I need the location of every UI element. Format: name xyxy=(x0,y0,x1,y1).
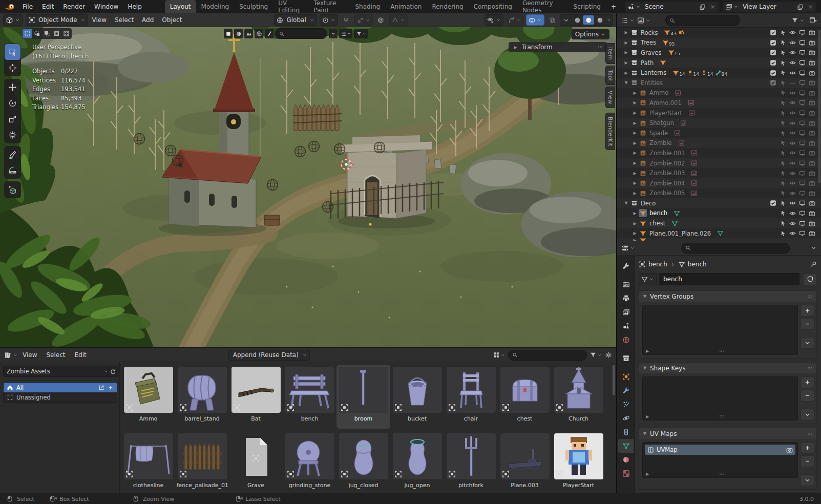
properties-tab-collection[interactable] xyxy=(618,351,634,365)
mode-dropdown[interactable]: Object Mode xyxy=(26,14,88,26)
asset-tile-bench[interactable]: bench xyxy=(283,365,336,429)
hide-toggle[interactable] xyxy=(788,39,797,46)
outliner-row-Trees[interactable]: ▶Trees95 xyxy=(617,38,821,48)
sidebar-tab-view[interactable]: View xyxy=(605,87,615,108)
selectable-toggle[interactable] xyxy=(778,180,788,186)
catalog-add-icon[interactable] xyxy=(108,385,114,391)
gizmos-dropdown[interactable] xyxy=(506,14,524,26)
grip-icon[interactable] xyxy=(597,44,604,51)
properties-search-field[interactable] xyxy=(693,245,786,251)
outliner-row-Plane.001_Plane.026[interactable]: ▶Plane.001_Plane.026 xyxy=(617,228,821,239)
viewport-search-field[interactable] xyxy=(286,30,323,37)
xray-toggle[interactable] xyxy=(546,15,558,25)
viewport-disable-toggle[interactable] xyxy=(797,230,807,237)
hide-toggle[interactable] xyxy=(788,130,797,136)
scene-selector-type-button[interactable] xyxy=(625,2,643,12)
falloff-dropdown[interactable] xyxy=(389,14,408,26)
disclosure-triangle-icon[interactable]: ▶ xyxy=(631,221,639,226)
asset-tile-fence_palisade_01[interactable]: fence_palisade_01 xyxy=(175,432,229,494)
outliner-row-Zombie.004[interactable]: ▶Zombie.004 xyxy=(617,178,821,188)
viewport-disable-toggle[interactable] xyxy=(797,170,807,177)
transform-panel-header[interactable]: ▶ Transform xyxy=(509,42,607,52)
disclosure-triangle-icon[interactable]: ▶ xyxy=(631,161,639,165)
scene-selector-copy-button[interactable] xyxy=(697,2,708,12)
asset-tile-Plane.003[interactable]: Plane.003 xyxy=(498,432,552,494)
workspace-tab-geometry-nodes[interactable]: Geometry Nodes xyxy=(517,0,569,13)
viewport-search-input[interactable] xyxy=(275,28,327,39)
shading-rendered-button[interactable] xyxy=(594,15,605,25)
selectable-toggle[interactable] xyxy=(778,70,788,76)
selectable-toggle[interactable] xyxy=(778,80,788,86)
render-disable-toggle[interactable] xyxy=(807,120,817,127)
hide-toggle[interactable] xyxy=(788,59,797,66)
asset-tile-barrel_stand[interactable]: barrel_stand xyxy=(175,365,229,429)
render-disable-toggle[interactable] xyxy=(807,79,817,86)
disclosure-triangle-icon[interactable]: ▶ xyxy=(631,141,639,145)
workspace-tab-layout[interactable]: Layout xyxy=(165,0,196,13)
workspace-tab-sculpting[interactable]: Sculpting xyxy=(234,0,273,13)
add-button[interactable] xyxy=(801,376,814,388)
asset-tile-chest[interactable]: chest xyxy=(498,365,552,429)
asset-tile-chair[interactable]: chair xyxy=(444,365,498,429)
viewport-menu-object[interactable]: Object xyxy=(158,16,186,24)
viewport-disable-toggle[interactable] xyxy=(797,210,807,217)
viewport-disable-toggle[interactable] xyxy=(797,70,807,76)
breadcrumb-object[interactable]: bench xyxy=(648,261,667,268)
hide-toggle[interactable] xyxy=(788,120,797,127)
list-shape-keys[interactable]: ▶ xyxy=(642,376,798,421)
orientation-dropdown[interactable]: Global xyxy=(274,14,317,26)
asset-search-field[interactable] xyxy=(520,352,583,359)
grip-icon[interactable] xyxy=(718,413,725,420)
tool-move-button[interactable] xyxy=(5,79,20,95)
render-disable-toggle[interactable] xyxy=(807,90,817,96)
object-visibility-dropdown[interactable] xyxy=(485,14,503,26)
render-disable-toggle[interactable] xyxy=(807,110,817,116)
viewport-disable-toggle[interactable] xyxy=(797,200,807,206)
properties-search[interactable] xyxy=(681,243,790,254)
specials-dropdown-button[interactable] xyxy=(801,409,814,421)
selectable-toggle[interactable] xyxy=(778,30,788,36)
import-method-dropdown[interactable]: Append (Reuse Data) xyxy=(228,350,310,361)
disclosure-triangle-icon[interactable]: ▶ xyxy=(631,100,639,105)
viewport-disable-toggle[interactable] xyxy=(797,220,807,227)
properties-options-dropdown[interactable] xyxy=(811,245,817,251)
workspace-tab-animation[interactable]: Animation xyxy=(385,0,427,13)
outliner-row-chest[interactable]: ▶chest xyxy=(617,218,821,228)
render-disable-toggle[interactable] xyxy=(807,230,817,237)
asset-filter-dropdown[interactable] xyxy=(590,351,602,359)
asset-tile-Church[interactable]: Church xyxy=(552,365,605,429)
asset-tile-jug_closed[interactable]: jug_closed xyxy=(336,432,390,494)
properties-tab-physics[interactable] xyxy=(618,411,634,425)
asset-type-scene-button[interactable] xyxy=(244,29,253,38)
select-mode-intersect[interactable] xyxy=(61,29,71,38)
outliner-row-Graves[interactable]: ▶Graves15 xyxy=(617,48,821,58)
hide-toggle[interactable] xyxy=(788,200,797,206)
disclosure-triangle-icon[interactable]: ▼ xyxy=(622,201,630,205)
render-disable-toggle[interactable] xyxy=(807,140,817,146)
panel-header-uv-maps[interactable]: ▼UV Maps xyxy=(639,428,816,439)
catalog-unlink-icon[interactable] xyxy=(98,385,104,391)
disclosure-triangle-icon[interactable]: ▶ xyxy=(631,231,639,236)
disclosure-triangle-icon[interactable]: ▶ xyxy=(631,121,639,125)
disclosure-triangle-icon[interactable]: ▶ xyxy=(631,191,639,196)
render-disable-toggle[interactable] xyxy=(807,180,817,186)
render-disable-toggle[interactable] xyxy=(807,200,817,206)
asset-tile-Bat[interactable]: Bat xyxy=(229,365,283,429)
snap-toggle[interactable] xyxy=(341,15,352,25)
viewport-disable-toggle[interactable] xyxy=(797,110,807,116)
properties-tab-constraints[interactable] xyxy=(618,425,634,439)
render-disable-toggle[interactable] xyxy=(807,190,817,197)
pivot-point-dropdown[interactable] xyxy=(320,14,338,26)
selectable-toggle[interactable] xyxy=(778,200,788,206)
render-disable-toggle[interactable] xyxy=(807,70,817,76)
shading-wireframe-button[interactable] xyxy=(560,15,572,25)
viewport-disable-toggle[interactable] xyxy=(797,99,807,106)
outliner-row-Path[interactable]: ▶Path xyxy=(617,58,821,68)
asset-tile-bucket[interactable]: bucket xyxy=(390,365,444,429)
options-button[interactable]: Options xyxy=(572,29,609,39)
asset-tile-grinding_stone[interactable]: grinding_stone xyxy=(283,432,336,494)
menu-file[interactable]: File xyxy=(18,0,37,13)
disclosure-triangle-icon[interactable]: ▼ xyxy=(622,80,630,85)
disclosure-triangle-icon[interactable]: ▶ xyxy=(622,50,630,55)
asset-tile-broom[interactable]: broom xyxy=(336,365,390,429)
